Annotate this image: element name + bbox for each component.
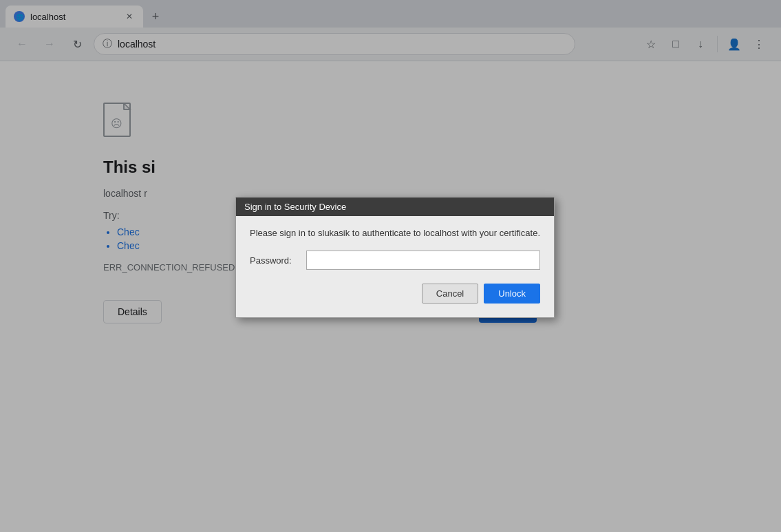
- dialog-titlebar: Sign in to Security Device: [236, 198, 554, 216]
- dialog-message: Please sign in to slukasik to authentica…: [250, 227, 540, 240]
- password-field-row: Password:: [250, 251, 540, 270]
- dialog-overlay: Sign in to Security Device Please sign i…: [0, 0, 781, 532]
- password-label: Password:: [250, 255, 298, 266]
- unlock-button[interactable]: Unlock: [484, 284, 540, 304]
- sign-in-dialog: Sign in to Security Device Please sign i…: [235, 197, 555, 318]
- cancel-button[interactable]: Cancel: [422, 284, 478, 304]
- dialog-title-text: Sign in to Security Device: [244, 202, 346, 212]
- dialog-body: Please sign in to slukasik to authentica…: [236, 216, 554, 317]
- password-input[interactable]: [306, 251, 540, 270]
- dialog-buttons: Cancel Unlock: [250, 284, 540, 304]
